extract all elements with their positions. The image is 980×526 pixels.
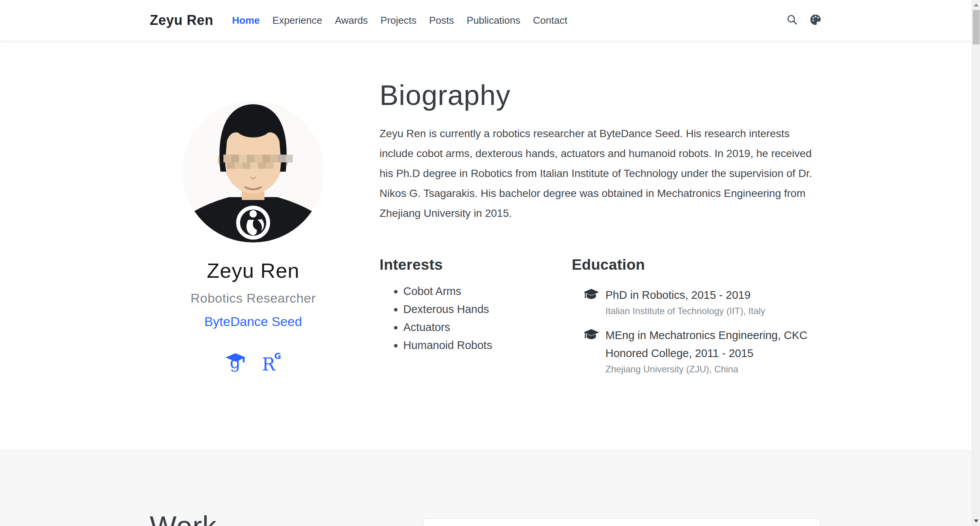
site-brand[interactable]: Zeyu Ren	[150, 12, 213, 28]
nav-item-publications[interactable]: Publications	[467, 15, 520, 26]
nav-item-home[interactable]: Home	[232, 15, 260, 26]
experience-section-heading: Work	[150, 510, 217, 526]
webpage: Zeyu Ren Home Experience Awards Projects…	[0, 0, 972, 526]
biography-text: Zeyu Ren is currently a robotics researc…	[380, 124, 820, 223]
vertical-scrollbar[interactable]	[972, 0, 980, 526]
main-nav: Home Experience Awards Projects Posts Pu…	[232, 15, 567, 26]
nav-item-contact[interactable]: Contact	[533, 15, 568, 26]
scrollbar-up-button[interactable]	[972, 0, 980, 10]
social-links: g R G	[225, 351, 281, 374]
researchgate-icon: R G	[262, 351, 281, 374]
interest-item: Humanoid Robots	[403, 339, 560, 351]
graduation-cap-icon	[584, 326, 599, 342]
education-degree: PhD in Robotics, 2015 - 2019	[605, 286, 765, 304]
top-navbar: Zeyu Ren Home Experience Awards Projects…	[0, 0, 972, 41]
organization-link[interactable]: ByteDance Seed	[204, 314, 302, 329]
nav-item-posts[interactable]: Posts	[429, 15, 454, 26]
svg-text:g: g	[230, 352, 241, 372]
graduation-cap-icon	[584, 286, 599, 302]
profile-role: Robotics Researcher	[191, 291, 316, 306]
education-institution: Italian Institute of Technology (IIT), I…	[605, 306, 765, 316]
scrollbar-thumb[interactable]	[973, 10, 980, 44]
scroll-down-arrow-icon	[974, 519, 978, 523]
experience-section: Work	[0, 449, 972, 526]
experience-card-top	[423, 518, 820, 526]
biography-column: Biography Zeyu Ren is currently a roboti…	[357, 41, 822, 385]
svg-text:R: R	[262, 354, 276, 373]
biography-heading: Biography	[380, 79, 822, 111]
education-institution: Zhejiang University (ZJU), China	[605, 364, 822, 375]
google-scholar-icon: g	[225, 351, 246, 374]
nav-item-projects[interactable]: Projects	[381, 15, 417, 26]
avatar	[182, 101, 324, 243]
education-degree: MEng in Mechatronics Engineering, CKC Ho…	[605, 326, 822, 362]
scrollbar-down-button[interactable]	[972, 516, 980, 526]
search-button[interactable]	[786, 14, 798, 27]
education-heading: Education	[572, 256, 822, 273]
interest-item: Dexterous Hands	[403, 303, 560, 315]
svg-text:G: G	[274, 351, 281, 361]
google-scholar-link[interactable]: g	[225, 351, 246, 374]
education-item: MEng in Mechatronics Engineering, CKC Ho…	[572, 326, 822, 375]
theme-toggle-button[interactable]	[809, 13, 822, 28]
interests-block: Interests Cobot Arms Dexterous Hands Act…	[380, 256, 560, 385]
interest-item: Cobot Arms	[403, 285, 560, 297]
interest-item: Actuators	[403, 321, 560, 333]
researchgate-link[interactable]: R G	[262, 351, 281, 374]
education-item: PhD in Robotics, 2015 - 2019 Italian Ins…	[572, 286, 822, 316]
nav-item-experience[interactable]: Experience	[272, 15, 322, 26]
profile-column: Zeyu Ren Robotics Researcher ByteDance S…	[150, 41, 357, 385]
about-section: Zeyu Ren Robotics Researcher ByteDance S…	[0, 41, 972, 449]
search-icon	[786, 14, 798, 27]
interests-heading: Interests	[380, 256, 560, 273]
education-block: Education	[560, 256, 822, 385]
browser-viewport: Zeyu Ren Home Experience Awards Projects…	[0, 0, 980, 526]
profile-name: Zeyu Ren	[207, 259, 299, 282]
nav-item-awards[interactable]: Awards	[335, 15, 368, 26]
scroll-up-arrow-icon	[974, 3, 978, 7]
palette-icon	[809, 13, 822, 28]
